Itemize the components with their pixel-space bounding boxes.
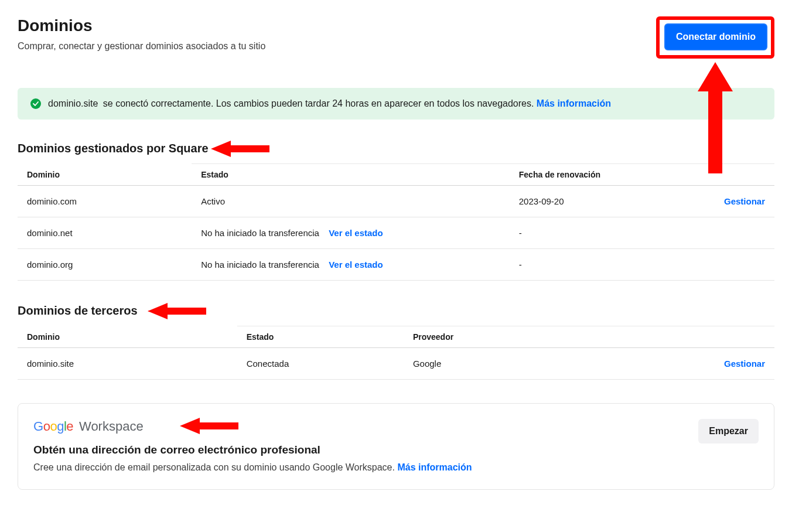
- annotation-arrow-workspace: [180, 418, 238, 436]
- cell-status: No ha iniciado la transferencia Ver el e…: [192, 249, 510, 281]
- table-row: dominio.site Conectada Google Gestionar: [18, 348, 774, 380]
- view-status-link[interactable]: Ver el estado: [329, 228, 383, 238]
- check-circle-icon: [30, 98, 41, 109]
- page-title: Dominios: [18, 16, 265, 35]
- svg-marker-2: [148, 303, 206, 319]
- annotation-arrow-thirdparty: [148, 303, 206, 322]
- cell-status: Conectada: [237, 348, 404, 380]
- alert-text: dominio.site se conectó correctamente. L…: [48, 98, 611, 109]
- cell-domain: dominio.net: [18, 217, 192, 249]
- cell-domain: dominio.com: [18, 186, 192, 217]
- thirdparty-domains-table: Dominio Estado Proveedor dominio.site Co…: [18, 326, 774, 380]
- workspace-card-desc: Cree una dirección de email personalizad…: [33, 462, 687, 473]
- google-logo-icon: Google: [33, 419, 73, 434]
- success-alert: dominio.site se conectó correctamente. L…: [18, 88, 774, 120]
- table-row: dominio.net No ha iniciado la transferen…: [18, 217, 774, 249]
- manage-link[interactable]: Gestionar: [708, 359, 765, 369]
- alert-message: se conectó correctamente. Los cambios pu…: [103, 98, 534, 108]
- cell-renew: 2023-09-20: [510, 186, 699, 217]
- workspace-card-title: Obtén una dirección de correo electrónic…: [33, 444, 687, 456]
- connect-domain-button[interactable]: Conectar dominio: [664, 23, 767, 50]
- table-row: dominio.org No ha iniciado la transferen…: [18, 249, 774, 281]
- thirdparty-domains-heading: Dominios de terceros: [18, 304, 138, 318]
- alert-domain: dominio.site: [48, 98, 98, 108]
- svg-marker-3: [180, 418, 238, 434]
- table-row: dominio.com Activo 2023-09-20 Gestionar: [18, 186, 774, 217]
- annotation-highlight-connect: Conectar dominio: [656, 16, 774, 59]
- tp-col-domain: Dominio: [18, 326, 237, 348]
- square-col-domain: Dominio: [18, 164, 192, 186]
- workspace-logo-text: Workspace: [79, 419, 144, 434]
- cell-domain: dominio.site: [18, 348, 237, 380]
- square-col-renew: Fecha de renovación: [510, 164, 699, 186]
- cell-status: Activo: [192, 186, 510, 217]
- square-domains-table: Dominio Estado Fecha de renovación domin…: [18, 163, 774, 281]
- google-workspace-card: Google Workspace Obtén una dirección de …: [18, 403, 774, 490]
- manage-link[interactable]: Gestionar: [708, 196, 765, 206]
- cell-domain: dominio.org: [18, 249, 192, 281]
- cell-renew: -: [510, 217, 699, 249]
- tp-col-status: Estado: [237, 326, 404, 348]
- svg-marker-1: [211, 141, 269, 157]
- alert-more-info-link[interactable]: Más información: [537, 98, 611, 108]
- square-domains-heading: Dominios gestionados por Square: [18, 142, 209, 155]
- workspace-start-button[interactable]: Empezar: [698, 419, 759, 444]
- page-subtitle: Comprar, conectar y gestionar dominios a…: [18, 41, 265, 52]
- tp-col-provider: Proveedor: [404, 326, 699, 348]
- cell-provider: Google: [404, 348, 699, 380]
- cell-status: No ha iniciado la transferencia Ver el e…: [192, 217, 510, 249]
- view-status-link[interactable]: Ver el estado: [329, 260, 383, 270]
- workspace-more-info-link[interactable]: Más información: [397, 462, 472, 472]
- annotation-arrow-square: [211, 141, 269, 159]
- square-col-status: Estado: [192, 164, 510, 186]
- cell-renew: -: [510, 249, 699, 281]
